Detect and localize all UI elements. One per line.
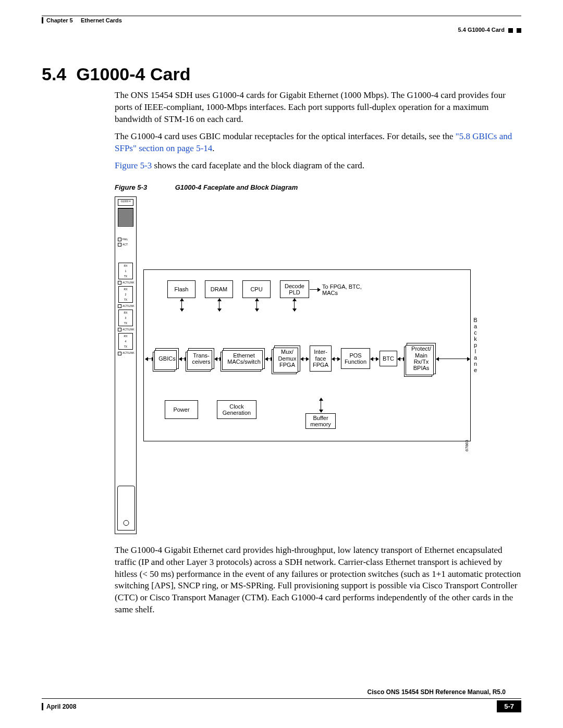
arrow — [294, 299, 295, 311]
body-text-2: The G1000-4 Gigabit Ethernet card provid… — [115, 545, 521, 616]
port-block: RX 2 TX — [118, 286, 133, 303]
block-pos-function: POS Function — [341, 348, 370, 369]
para-4: The G1000-4 Gigabit Ethernet card provid… — [115, 545, 521, 616]
diagram-id: 67863 — [464, 440, 469, 451]
port-block: RX 3 TX — [118, 310, 133, 326]
faceplate-card-label: G1000 4 — [118, 199, 133, 206]
para-2a: The G1000-4 card uses GBIC modular recep… — [115, 131, 456, 141]
block-marker-icon — [517, 28, 521, 33]
block-gbics: GBICs — [155, 348, 179, 369]
footer-rule — [42, 698, 521, 699]
figure-caption: Figure 5-3 G1000-4 Faceplate and Block D… — [115, 183, 521, 191]
para-2: The G1000-4 card uses GBIC modular recep… — [115, 131, 521, 155]
block-cpu: CPU — [242, 280, 271, 298]
footer-manual-title: Cisco ONS 15454 SDH Reference Manual, R5… — [368, 688, 506, 696]
breadcrumb-text: 5.4 G1000-4 Card — [458, 27, 505, 33]
block-ethernet-mac: Ethernet MACs/switch — [223, 348, 265, 369]
block-decode-pld: Decode PLD — [280, 280, 309, 298]
port-block: RX 4 TX — [118, 333, 133, 350]
barcode-icon — [118, 208, 133, 227]
block-btc: BTC — [380, 351, 397, 366]
led-actlink: ACT/LINK — [118, 304, 136, 308]
block-mux-demux-fpga: Mux/ Demux FPGA — [274, 346, 300, 372]
block-protect-main: Protect/ Main Rx/Tx BPIAs — [407, 343, 436, 374]
eject-handle-icon — [117, 486, 135, 530]
section-heading: 5.4 G1000-4 Card — [42, 64, 521, 84]
arrow — [310, 289, 320, 290]
block-flash: Flash — [167, 280, 195, 298]
arrow — [436, 359, 470, 359]
arrow — [181, 299, 182, 311]
section-number: 5.4 — [42, 64, 66, 84]
breadcrumb: 5.4 G1000-4 Card — [42, 27, 521, 33]
led-actlink: ACT/LINK — [118, 351, 136, 355]
para-3b: shows the card faceplate and the block d… — [152, 161, 364, 170]
figure-label: Figure 5-3 — [115, 183, 147, 191]
led-actlink: ACT/LINK — [118, 328, 136, 331]
para-1: The ONS 15454 SDH uses G1000-4 cards for… — [115, 90, 521, 126]
arrow — [256, 299, 257, 311]
port-block: RX 1 TX — [118, 263, 133, 279]
led-actlink: ACT/LINK — [118, 281, 136, 285]
arrow — [301, 359, 309, 359]
chapter-title: Ethernet Cards — [81, 17, 122, 23]
para-2b: . — [212, 143, 214, 153]
running-header: Chapter 5 Ethernet Cards — [42, 17, 521, 23]
body-text: The ONS 15454 SDH uses G1000-4 cards for… — [115, 90, 521, 172]
label-to-fpga: To FPGA, BTC, MACs — [322, 283, 369, 296]
rule-top — [42, 16, 521, 16]
footer-page-number: 5-7 — [497, 700, 521, 712]
section-title: G1000-4 Card — [76, 64, 190, 84]
arrow — [332, 359, 340, 359]
faceplate: G1000 4 FAIL ACT RX 1 TX ACT/LINK RX 2 T… — [115, 196, 137, 534]
arrow — [321, 398, 321, 412]
block-clock-gen: Clock Generation — [217, 400, 256, 419]
figure-title: G1000-4 Faceplate and Block Diagram — [175, 183, 298, 191]
page: Chapter 5 Ethernet Cards 5.4 G1000-4 Car… — [0, 0, 563, 728]
led-fail: FAIL — [118, 238, 136, 241]
chapter-num: Chapter 5 — [46, 17, 73, 23]
led-act: ACT — [118, 243, 136, 246]
label-backplane: Backplane — [472, 317, 479, 374]
figure-area: G1000 4 FAIL ACT RX 1 TX ACT/LINK RX 2 T… — [115, 196, 490, 535]
arrow — [219, 299, 219, 311]
block-marker-icon — [508, 28, 513, 33]
block-transceivers: Trans- ceivers — [188, 348, 214, 369]
block-diagram: Flash DRAM CPU Decode PLD To FPGA, BTC, … — [143, 269, 471, 441]
block-buffer-memory: Buffer memory — [305, 413, 336, 429]
para-3: Figure 5-3 shows the card faceplate and … — [115, 160, 521, 172]
header-left: Chapter 5 Ethernet Cards — [42, 17, 122, 23]
figure-xref-link[interactable]: Figure 5-3 — [115, 161, 152, 170]
block-interface-fpga: Inter- face FPGA — [310, 346, 332, 372]
block-dram: DRAM — [205, 280, 233, 298]
arrow — [371, 359, 378, 359]
block-power: Power — [165, 400, 198, 419]
footer-date: April 2008 — [42, 703, 76, 710]
